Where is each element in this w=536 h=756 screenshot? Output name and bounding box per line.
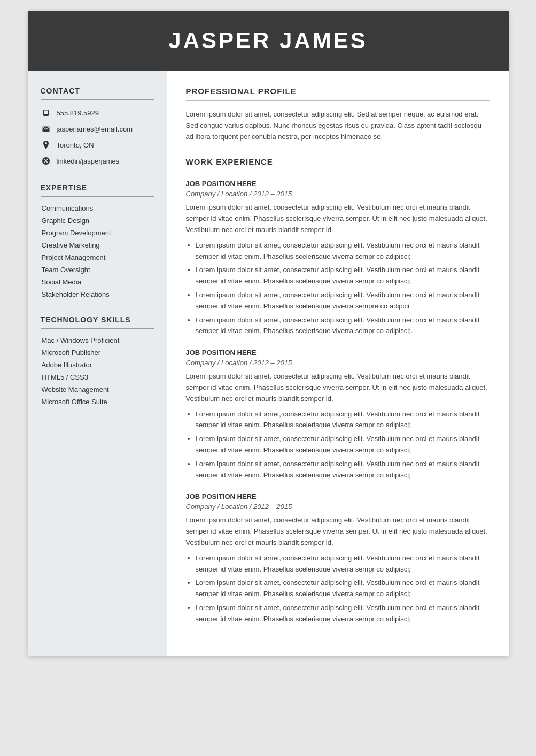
profile-divider: [186, 100, 490, 101]
work-experience-section: WORK EXPERIENCE JOB POSITION HERE Compan…: [186, 157, 490, 624]
job-desc-2: Lorem ipsum dolor sit amet, consectetur …: [186, 371, 490, 404]
expertise-title: EXPERTISE: [41, 183, 154, 192]
bullet-item: Lorem ipsum dolor sit amet, consectetur …: [196, 240, 490, 263]
linkedin-item: linkedin/jasperjames: [41, 156, 154, 166]
tech-item: Microsoft Office Suite: [41, 398, 154, 406]
contact-section: CONTACT 555.819.5929: [41, 87, 154, 166]
profile-section: PROFESSIONAL PROFILE Lorem ipsum dolor s…: [186, 87, 490, 142]
job-company-3: Company / Location / 2012 – 2015: [186, 503, 490, 511]
email-icon: [41, 124, 51, 134]
job-company-1: Company / Location / 2012 – 2015: [186, 190, 490, 198]
phone-text: 555.819.5929: [57, 109, 99, 117]
tech-item: Mac / Windows Proficient: [41, 336, 154, 344]
bullet-item: Lorem ipsum dolor sit amet, consectetur …: [196, 409, 490, 431]
profile-text: Lorem ipsum dolor sit amet, consectetur …: [186, 109, 490, 142]
job-bullets-2: Lorem ipsum dolor sit amet, consectetur …: [186, 409, 490, 481]
job-title-3: JOB POSITION HERE: [186, 492, 490, 500]
expertise-item: Graphic Design: [41, 217, 154, 225]
svg-rect-2: [45, 115, 46, 115]
technology-title: TECHNOLOGY SKILLS: [41, 315, 154, 324]
linkedin-icon: [41, 156, 51, 166]
job-title-1: JOB POSITION HERE: [186, 180, 490, 188]
job-desc-3: Lorem ipsum dolor sit amet, consectetur …: [186, 515, 490, 548]
job-bullets-1: Lorem ipsum dolor sit amet, consectetur …: [186, 240, 490, 337]
contact-title: CONTACT: [41, 87, 154, 95]
sidebar: CONTACT 555.819.5929: [28, 71, 167, 656]
job-block-2: JOB POSITION HERE Company / Location / 2…: [186, 349, 490, 481]
bullet-item: Lorem ipsum dolor sit amet, consectetur …: [196, 577, 490, 600]
work-experience-title: WORK EXPERIENCE: [186, 157, 490, 166]
candidate-name: JASPER JAMES: [38, 28, 498, 53]
main-content: PROFESSIONAL PROFILE Lorem ipsum dolor s…: [167, 71, 509, 656]
resume-body: CONTACT 555.819.5929: [28, 71, 509, 656]
svg-point-4: [45, 142, 47, 144]
bullet-item: Lorem ipsum dolor sit amet, consectetur …: [196, 434, 490, 456]
linkedin-text: linkedin/jasperjames: [57, 157, 120, 165]
job-company-2: Company / Location / 2012 – 2015: [186, 359, 490, 367]
bullet-item: Lorem ipsum dolor sit amet, consectetur …: [196, 553, 490, 575]
tech-item: Microsoft Publisher: [41, 349, 154, 357]
expertise-item: Program Development: [41, 229, 154, 237]
svg-rect-1: [44, 111, 48, 114]
expertise-item: Project Management: [41, 253, 154, 261]
job-block-1: JOB POSITION HERE Company / Location / 2…: [186, 180, 490, 337]
phone-item: 555.819.5929: [41, 107, 154, 118]
tech-item: Website Management: [41, 385, 154, 394]
tech-item: Adobe Illustrator: [41, 361, 154, 369]
expertise-item: Team Oversight: [41, 266, 154, 274]
technology-divider: [41, 328, 154, 329]
expertise-section: EXPERTISE Communications Graphic Design …: [41, 183, 154, 298]
bullet-item: Lorem ipsum dolor sit amet, consectetur …: [196, 265, 490, 287]
location-icon: [41, 140, 51, 150]
technology-section: TECHNOLOGY SKILLS Mac / Windows Proficie…: [41, 315, 154, 406]
email-text: jasperjames@email.com: [57, 125, 133, 133]
phone-icon: [41, 107, 51, 118]
location-item: Toronto, ON: [41, 140, 154, 150]
email-item: jasperjames@email.com: [41, 124, 154, 134]
tech-item: HTML5 / CSS3: [41, 373, 154, 381]
bullet-item: Lorem ipsum dolor sit amet, consectetur …: [196, 315, 490, 337]
bullet-item: Lorem ipsum dolor sit amet, consectetur …: [196, 459, 490, 481]
job-title-2: JOB POSITION HERE: [186, 349, 490, 357]
job-bullets-3: Lorem ipsum dolor sit amet, consectetur …: [186, 553, 490, 625]
resume-header: JASPER JAMES: [28, 11, 509, 71]
resume-document: JASPER JAMES CONTACT 555.819.5929: [28, 11, 509, 656]
profile-title: PROFESSIONAL PROFILE: [186, 87, 490, 96]
expertise-item: Stakeholder Relations: [41, 290, 154, 298]
bullet-item: Lorem ipsum dolor sit amet, consectetur …: [196, 603, 490, 625]
expertise-item: Creative Marketing: [41, 241, 154, 249]
contact-divider: [41, 99, 154, 100]
bullet-item: Lorem ipsum dolor sit amet, consectetur …: [196, 290, 490, 312]
location-text: Toronto, ON: [57, 141, 94, 149]
expertise-item: Social Media: [41, 278, 154, 286]
expertise-divider: [41, 196, 154, 197]
job-desc-1: Lorem ipsum dolor sit amet, consectetur …: [186, 202, 490, 235]
expertise-item: Communications: [41, 204, 154, 212]
job-block-3: JOB POSITION HERE Company / Location / 2…: [186, 492, 490, 624]
work-experience-divider: [186, 171, 490, 171]
